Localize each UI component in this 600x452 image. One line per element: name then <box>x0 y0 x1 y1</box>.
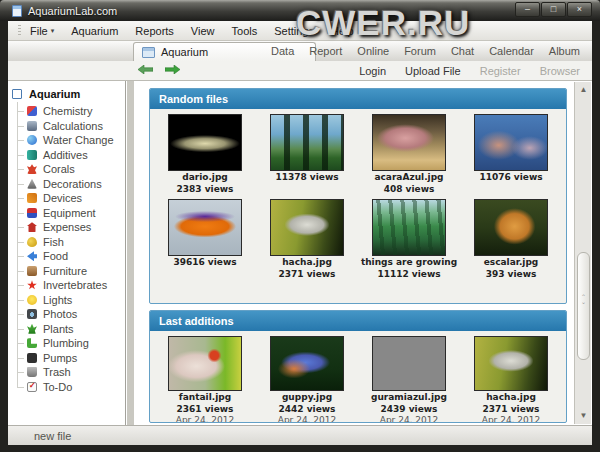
sidebar-item-pumps[interactable]: Pumps <box>8 351 125 366</box>
sidebar-item-todo[interactable]: To-Do <box>8 380 125 395</box>
sidebar-root-label: Aquarium <box>29 88 80 100</box>
file-date: Apr 24, 2012 <box>278 415 337 423</box>
tab-chat[interactable]: Chat <box>451 45 474 57</box>
status-bar: new file <box>8 425 592 445</box>
tab-forum[interactable]: Forum <box>404 45 436 57</box>
thumbnail-guramiazul[interactable] <box>372 336 446 391</box>
scrollbar-thumb[interactable] <box>577 252 590 360</box>
scroll-down-button[interactable]: ▼ <box>576 408 591 424</box>
photos-camera-icon <box>27 309 37 319</box>
sidebar-item-furniture[interactable]: Furniture <box>8 264 125 279</box>
login-button[interactable]: Login <box>359 65 386 77</box>
view-count: 2439 views <box>381 403 438 415</box>
random-files-header: Random files <box>150 89 566 109</box>
file-name[interactable]: hacha.jpg <box>486 391 536 403</box>
thumbnail-reef[interactable] <box>474 114 548 171</box>
main-area: Aquarium Chemistry Calculations Water Ch… <box>8 81 592 425</box>
sidebar-item-additives[interactable]: Additives <box>8 148 125 163</box>
menu-file[interactable]: File▾ <box>30 25 54 37</box>
thumbnail-orange-fish[interactable] <box>168 199 242 256</box>
file-name[interactable]: hacha.jpg <box>282 256 332 268</box>
top-tabs: Data Report Online Forum Chat Calendar A… <box>271 41 580 61</box>
chemistry-flask-icon <box>27 106 37 116</box>
thumbnail-acara-azul[interactable] <box>372 114 446 171</box>
window-controls: ‒ □ × <box>515 2 592 17</box>
sidebar-item-water-change[interactable]: Water Change <box>8 133 125 148</box>
thumbnail-hacha-2[interactable] <box>474 336 548 391</box>
file-cell: hacha.jpg2371 views <box>256 199 358 280</box>
file-name[interactable]: escalar.jpg <box>484 256 539 268</box>
sidebar-item-invertebrates[interactable]: Invertebrates <box>8 278 125 293</box>
tab-report[interactable]: Report <box>309 45 342 57</box>
file-name[interactable]: guramiazul.jpg <box>371 391 447 403</box>
thumbnail-escalar[interactable] <box>474 199 548 256</box>
trash-bin-icon <box>27 367 37 377</box>
chevron-down-icon: ▾ <box>51 27 55 35</box>
sidebar-item-devices[interactable]: Devices <box>8 191 125 206</box>
view-count: 11378 views <box>275 171 338 183</box>
sidebar-item-expenses[interactable]: Expenses <box>8 220 125 235</box>
file-name[interactable]: acaraAzul.jpg <box>374 171 443 183</box>
aquarium-node-icon <box>12 89 22 99</box>
sidebar-item-trash[interactable]: Trash <box>8 365 125 380</box>
menu-reports[interactable]: Reports <box>135 25 174 37</box>
thumbnail-growing-plants[interactable] <box>372 199 446 256</box>
calculator-icon <box>27 121 37 131</box>
active-tab-label: Aquarium <box>161 46 208 58</box>
file-date: Apr 24, 2012 <box>482 415 541 423</box>
file-name[interactable]: things are growing <box>361 256 457 268</box>
tab-calendar[interactable]: Calendar <box>489 45 534 57</box>
status-text: new file <box>34 430 71 442</box>
sidebar-item-lights[interactable]: Lights <box>8 293 125 308</box>
sidebar-item-chemistry[interactable]: Chemistry <box>8 104 125 119</box>
view-count: 11112 views <box>377 268 440 280</box>
sidebar-item-fish[interactable]: Fish <box>8 235 125 250</box>
file-name[interactable]: dario.jpg <box>182 171 228 183</box>
file-name[interactable]: fantail.jpg <box>179 391 231 403</box>
sidebar-item-photos[interactable]: Photos <box>8 307 125 322</box>
thumbnail-dario[interactable] <box>168 114 242 171</box>
sidebar-item-calculations[interactable]: Calculations <box>8 119 125 134</box>
maximize-button[interactable]: □ <box>541 2 566 17</box>
file-cell: 11076 views <box>460 114 562 195</box>
thumbnail-palms[interactable] <box>270 114 344 171</box>
menu-aquarium[interactable]: Aquarium <box>71 25 118 37</box>
view-count: 39616 views <box>173 256 236 268</box>
decorations-rock-icon <box>27 179 37 189</box>
tab-data[interactable]: Data <box>271 45 294 57</box>
thumbnail-fantail[interactable] <box>168 336 242 391</box>
sidebar-item-plants[interactable]: Plants <box>8 322 125 337</box>
window-title: AquariumLab.com <box>28 5 117 17</box>
fish-icon <box>27 237 37 247</box>
view-count: 2383 views <box>177 183 234 195</box>
close-button[interactable]: × <box>567 2 592 17</box>
back-arrow-icon[interactable] <box>138 65 153 74</box>
menu-tools[interactable]: Tools <box>232 25 258 37</box>
file-name[interactable]: guppy.jpg <box>282 391 332 403</box>
minimize-button[interactable]: ‒ <box>515 2 540 17</box>
thumbnail-guppy[interactable] <box>270 336 344 391</box>
online-actions: Login Upload File Register Browser <box>359 61 580 81</box>
file-date: Apr 24, 2012 <box>380 415 439 423</box>
sidebar-item-plumbing[interactable]: Plumbing <box>8 336 125 351</box>
forward-arrow-icon[interactable] <box>165 65 180 74</box>
equipment-icon <box>27 208 37 218</box>
last-additions-panel: Last additions fantail.jpg2361 viewsApr … <box>149 310 567 423</box>
sidebar-item-equipment[interactable]: Equipment <box>8 206 125 221</box>
pumps-icon <box>27 353 37 363</box>
sidebar-item-corals[interactable]: Corals <box>8 162 125 177</box>
tab-album[interactable]: Album <box>549 45 580 57</box>
vertical-scrollbar[interactable]: ▲ ▼ <box>574 82 591 424</box>
sidebar-root-aquarium[interactable]: Aquarium <box>8 86 125 102</box>
sidebar-tree: Aquarium Chemistry Calculations Water Ch… <box>8 81 126 425</box>
view-count: 393 views <box>486 268 537 280</box>
scroll-up-button[interactable]: ▲ <box>576 82 591 98</box>
tab-online[interactable]: Online <box>357 45 389 57</box>
sidebar-splitter[interactable] <box>127 81 134 425</box>
sidebar-item-food[interactable]: Food <box>8 249 125 264</box>
water-change-icon <box>27 135 37 145</box>
thumbnail-hacha[interactable] <box>270 199 344 256</box>
menu-view[interactable]: View <box>191 25 215 37</box>
upload-file-button[interactable]: Upload File <box>405 65 461 77</box>
sidebar-item-decorations[interactable]: Decorations <box>8 177 125 192</box>
